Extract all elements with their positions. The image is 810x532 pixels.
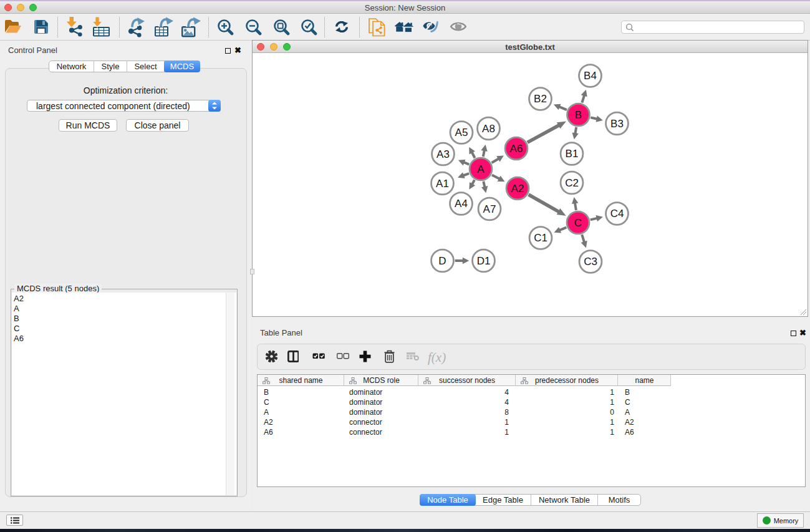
svg-text:A2: A2	[511, 183, 524, 195]
svg-text:B4: B4	[584, 70, 597, 82]
svg-text:A4: A4	[455, 198, 468, 210]
svg-text:C: C	[574, 217, 582, 229]
svg-text:A6: A6	[510, 143, 523, 155]
svg-text:B3: B3	[610, 118, 624, 130]
svg-text:C1: C1	[534, 232, 547, 244]
svg-text:B1: B1	[566, 148, 579, 160]
svg-text:A7: A7	[483, 203, 496, 215]
svg-text:D: D	[438, 255, 446, 267]
svg-text:A1: A1	[436, 178, 449, 190]
svg-text:A: A	[477, 163, 485, 175]
svg-text:D1: D1	[477, 255, 491, 267]
svg-text:C3: C3	[584, 256, 597, 268]
svg-text:B: B	[575, 109, 582, 121]
svg-text:C2: C2	[565, 177, 579, 189]
svg-text:B2: B2	[534, 93, 547, 105]
svg-text:A3: A3	[436, 148, 450, 160]
svg-text:A8: A8	[482, 123, 495, 135]
svg-text:A5: A5	[455, 127, 468, 138]
svg-text:C4: C4	[610, 208, 624, 220]
